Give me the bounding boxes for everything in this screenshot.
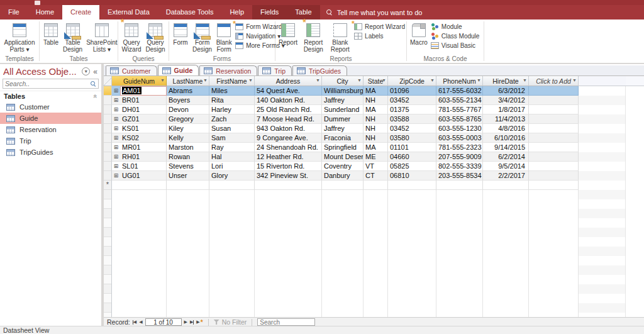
record-selector[interactable] <box>104 105 112 114</box>
cell-firstname[interactable]: Ray <box>209 143 255 152</box>
cell-zipcode[interactable]: 05825 <box>388 162 436 171</box>
cell-state[interactable]: MA <box>364 105 388 114</box>
cell-firstname[interactable]: Lori <box>209 162 255 171</box>
sidebar-item-guide[interactable]: Guide <box>0 113 101 124</box>
doc-tab-trip[interactable]: Trip <box>258 65 292 75</box>
cell-firstname[interactable] <box>209 181 255 190</box>
cell-firstname[interactable]: Hal <box>209 152 255 162</box>
macro-button[interactable]: Macro <box>408 21 430 47</box>
cell-lastname[interactable]: Kelly <box>167 133 209 143</box>
cell-phonenum[interactable]: 603-555-0003 <box>436 133 483 143</box>
expand-icon[interactable]: ⊞ <box>112 96 120 105</box>
doc-tab-reservation[interactable]: Reservation <box>199 65 257 75</box>
record-position-box[interactable]: 1 of 10 <box>145 318 182 326</box>
form-button[interactable]: Form <box>170 21 191 47</box>
cell-address[interactable]: 12 Heather Rd. <box>255 152 322 162</box>
cell-hiredate[interactable] <box>483 181 529 190</box>
column-header-state[interactable]: State▼ <box>364 76 388 86</box>
cell-address[interactable]: 342 Pineview St. <box>255 171 322 181</box>
cell-hiredate[interactable]: 1/8/2017 <box>483 105 529 114</box>
expand-icon[interactable]: ⊞ <box>112 152 120 162</box>
cell-city[interactable]: Fraconia <box>322 133 364 143</box>
report-design-button[interactable]: * Report Design <box>299 21 327 53</box>
cell-lastname[interactable]: Stevens <box>167 162 209 171</box>
cell-phonenum[interactable]: 207-555-9009 <box>436 152 483 162</box>
cell-zipcode[interactable]: 03588 <box>388 114 436 124</box>
cell-phonenum[interactable]: 603-555-1230 <box>436 124 483 133</box>
cell-guidenum[interactable]: UG01 <box>120 171 167 181</box>
record-selector[interactable] <box>104 143 112 152</box>
cell-city[interactable]: Mount Desert <box>322 152 364 162</box>
column-dropdown-icon[interactable]: ▼ <box>357 78 362 82</box>
cell-lastname[interactable]: Unser <box>167 171 209 181</box>
column-dropdown-icon[interactable]: ▼ <box>382 78 386 82</box>
column-header-firstname[interactable]: FirstName▼ <box>209 76 255 86</box>
cell-lastname[interactable]: Boyers <box>167 96 209 105</box>
cell-zipcode[interactable]: 03452 <box>388 124 436 133</box>
cell-address[interactable]: 140 Oakton Rd. <box>255 96 322 105</box>
cell-state[interactable]: NH <box>364 96 388 105</box>
cell-hiredate[interactable]: 2/2/2017 <box>483 171 529 181</box>
expand-icon[interactable]: ⊞ <box>112 124 120 133</box>
blank-form-button[interactable]: Blank Form <box>214 21 234 53</box>
column-dropdown-icon[interactable]: ▼ <box>203 78 208 82</box>
collapse-chevron-icon[interactable]: « <box>92 94 99 98</box>
cell-zipcode[interactable]: 01101 <box>388 143 436 152</box>
cell-phonenum[interactable]: 603-555-8765 <box>436 114 483 124</box>
cell-lastname[interactable]: Abrams <box>167 86 209 96</box>
expand-icon[interactable]: ⊞ <box>112 162 120 171</box>
ribbon-tab-home[interactable]: Home <box>28 5 62 19</box>
filter-status[interactable]: No Filter <box>214 318 247 326</box>
record-selector[interactable] <box>104 124 112 133</box>
expand-icon[interactable]: ⊞ <box>112 133 120 143</box>
new-record-row[interactable]: * <box>104 181 579 190</box>
ribbon-tab-file[interactable]: File <box>0 5 28 19</box>
cell-click-to-add[interactable] <box>529 124 579 133</box>
form-design-button[interactable]: Form Design <box>191 21 214 53</box>
cell-address[interactable] <box>255 181 322 190</box>
cell-address[interactable]: 943 Oakton Rd. <box>255 124 322 133</box>
cell-state[interactable]: NH <box>364 133 388 143</box>
cell-guidenum[interactable]: AM01 <box>120 86 167 96</box>
cell-city[interactable] <box>322 181 364 190</box>
cell-guidenum[interactable]: BR01 <box>120 96 167 105</box>
ribbon-tab-fields[interactable]: Fields <box>252 5 287 19</box>
column-header-lastname[interactable]: LastName▼ <box>167 76 209 86</box>
cell-hiredate[interactable]: 9/5/2014 <box>483 162 529 171</box>
class-module-button[interactable]: Class Module <box>431 33 480 40</box>
nav-pane-menu-icon[interactable]: ▼ <box>82 67 90 75</box>
cell-hiredate[interactable]: 9/14/2015 <box>483 143 529 152</box>
record-selector[interactable] <box>104 114 112 124</box>
previous-record-button[interactable]: ◀ <box>139 320 142 325</box>
cell-lastname[interactable]: Rowan <box>167 152 209 162</box>
sidebar-item-customer[interactable]: Customer <box>0 101 101 113</box>
cell-guidenum[interactable]: DH01 <box>120 105 167 114</box>
cell-state[interactable]: ME <box>364 152 388 162</box>
cell-phonenum[interactable]: 781-555-7767 <box>436 105 483 114</box>
cell-state[interactable]: CT <box>364 171 388 181</box>
cell-city[interactable]: Coventry <box>322 162 364 171</box>
cell-click-to-add[interactable] <box>529 162 579 171</box>
cell-click-to-add[interactable] <box>529 133 579 143</box>
cell-hiredate[interactable]: 3/4/2012 <box>483 96 529 105</box>
cell-firstname[interactable]: Susan <box>209 124 255 133</box>
nav-search-input[interactable] <box>5 80 90 87</box>
cell-click-to-add[interactable] <box>529 181 579 190</box>
cell-zipcode[interactable]: 03580 <box>388 133 436 143</box>
record-selector[interactable] <box>104 96 112 105</box>
column-dropdown-icon[interactable]: ▼ <box>572 78 577 82</box>
cell-phonenum[interactable] <box>436 181 483 190</box>
cell-guidenum[interactable]: MR01 <box>120 143 167 152</box>
column-header-click-to-add[interactable]: Click to Add▼ <box>529 76 579 86</box>
sidebar-item-reservation[interactable]: Reservation <box>0 124 101 135</box>
sidebar-item-trip[interactable]: Trip <box>0 135 101 147</box>
cell-lastname[interactable] <box>167 181 209 190</box>
column-dropdown-icon[interactable]: ▼ <box>248 78 253 82</box>
cell-city[interactable]: Dummer <box>322 114 364 124</box>
cell-zipcode[interactable]: 01096 <box>388 86 436 96</box>
column-dropdown-icon[interactable]: ▼ <box>316 78 320 82</box>
cell-phonenum[interactable]: 603-555-2134 <box>436 96 483 105</box>
column-header-city[interactable]: City▼ <box>322 76 364 86</box>
column-header-zipcode[interactable]: ZipCode▼ <box>388 76 436 86</box>
column-header-hiredate[interactable]: HireDate▼ <box>483 76 529 86</box>
